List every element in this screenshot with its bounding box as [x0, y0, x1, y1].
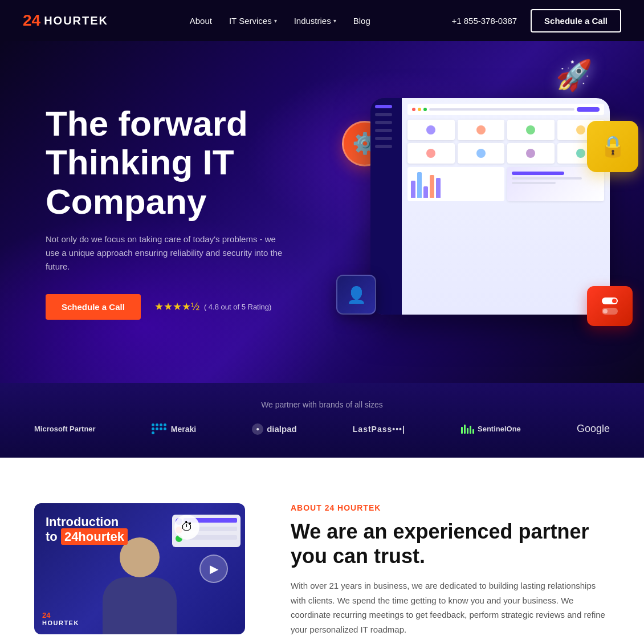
stat-bar	[512, 172, 564, 175]
hero-subtitle: Not only do we focus on taking care of t…	[46, 233, 285, 274]
video-logo-text: HOURTEK	[42, 619, 79, 626]
topbar-bar	[429, 108, 574, 111]
bar	[436, 178, 441, 198]
logo-text: HOURTEK	[44, 14, 108, 27]
play-button[interactable]: ▶	[199, 555, 228, 583]
dashboard-mockup	[370, 98, 610, 315]
sidebar-item	[375, 145, 392, 148]
toggle-controls	[587, 286, 633, 326]
sentinelone-logo: SentinelOne	[461, 425, 521, 434]
nav-links: About IT Services ▾ Industries ▾ Blog	[190, 16, 370, 26]
card-icon	[576, 149, 585, 158]
nav-item-it-services[interactable]: IT Services ▾	[229, 16, 277, 26]
lock-icon: 🔒	[587, 121, 638, 172]
window-min-dot	[418, 108, 421, 111]
intro-line1: Introduction	[46, 515, 128, 529]
hero-illustration: 🚀 ⚙️	[353, 75, 627, 349]
bar	[411, 181, 415, 198]
logo[interactable]: 24 HOURTEK	[23, 13, 108, 28]
toggle-off	[602, 308, 618, 315]
schedule-call-hero-button[interactable]: Schedule a Call	[46, 294, 141, 320]
nav-link-about[interactable]: About	[190, 16, 212, 26]
hero-rating: ★★★★½ ( 4.8 out of 5 Rating)	[154, 300, 272, 313]
sidebar-item	[375, 129, 392, 132]
microsoft-partner-logo: Microsoft Partner	[34, 425, 96, 433]
about-description: With over 21 years in business, we are d…	[291, 578, 610, 637]
video-overlay-text: Introduction to 24hourtek	[46, 515, 128, 545]
cisco-meraki-text: Meraki	[171, 425, 196, 434]
bar	[423, 186, 428, 198]
card-icon	[576, 125, 585, 134]
card-icon	[426, 149, 435, 158]
card-icon	[426, 125, 435, 134]
toggle-row-1	[602, 297, 618, 304]
lastpass-logo: LastPass•••|	[353, 425, 405, 434]
sidebar-item	[375, 113, 392, 116]
sentinelone-bars-icon	[461, 425, 474, 434]
chevron-down-icon: ▾	[274, 18, 277, 24]
dashboard-card	[458, 120, 505, 140]
cisco-dots-icon	[152, 423, 168, 434]
about-video[interactable]: Introduction to 24hourtek	[34, 503, 245, 634]
dashboard-card	[407, 143, 455, 164]
chevron-down-icon: ▾	[333, 18, 336, 24]
person-silhouette	[103, 537, 177, 634]
dashboard-grid	[407, 120, 604, 164]
nav-item-about[interactable]: About	[190, 16, 212, 26]
microsoft-partner-text: Microsoft Partner	[34, 425, 96, 433]
nav-item-industries[interactable]: Industries ▾	[294, 16, 336, 26]
card-icon	[526, 125, 535, 134]
lastpass-text: LastPass•••|	[353, 425, 405, 434]
sentinel-bar	[472, 429, 474, 434]
about-section: Introduction to 24hourtek	[0, 458, 644, 644]
dashboard-card	[507, 120, 555, 140]
brand-highlight: 24hourtek	[61, 528, 128, 545]
stats-card	[507, 167, 604, 201]
video-logo: 24 HOURTEK	[42, 611, 79, 626]
nav-link-blog[interactable]: Blog	[353, 16, 370, 26]
stat-bar	[512, 182, 556, 184]
video-logo-24: 24	[42, 611, 79, 619]
sentinel-bar	[470, 426, 471, 434]
sidebar-item	[375, 137, 392, 140]
dialpad-text: dialpad	[267, 424, 297, 434]
rocket-icon: 🚀	[556, 58, 593, 93]
hero-actions: Schedule a Call ★★★★½ ( 4.8 out of 5 Rat…	[46, 294, 319, 320]
nav-item-blog[interactable]: Blog	[353, 16, 370, 26]
about-title: We are an experienced partner you can tr…	[291, 519, 610, 568]
nav-link-it-services[interactable]: IT Services ▾	[229, 16, 277, 26]
person-icon: 👤	[336, 275, 376, 315]
video-timer: ⏱	[174, 515, 199, 540]
rating-text: ( 4.8 out of 5 Rating)	[204, 303, 272, 311]
toggle-dot	[612, 299, 617, 303]
sentinel-bar	[467, 428, 468, 434]
partners-logos: Microsoft Partner Meraki ● dialpad LastP…	[34, 423, 610, 435]
card-icon	[526, 149, 535, 158]
sidebar-item	[375, 121, 392, 124]
card-icon	[476, 149, 486, 158]
stat-bar	[512, 177, 582, 180]
phone-number: +1 855-378-0387	[451, 16, 517, 26]
timer-icon: ⏱	[181, 520, 193, 535]
topbar-button	[577, 107, 600, 112]
hero-section: The forward Thinking IT Company Not only…	[0, 41, 644, 383]
nav-link-industries[interactable]: Industries ▾	[294, 16, 336, 26]
bar	[417, 172, 422, 198]
person-body	[103, 577, 177, 634]
dialpad-icon: ●	[252, 423, 263, 435]
partners-section: We partner with brands of all sizes Micr…	[0, 383, 644, 458]
cisco-meraki-logo: Meraki	[152, 423, 196, 434]
schedule-call-nav-button[interactable]: Schedule a Call	[531, 9, 621, 32]
about-content: About 24 Hourtek We are an experienced p…	[291, 503, 610, 637]
toggle-on	[602, 297, 618, 304]
sidebar-item	[375, 105, 392, 108]
sentinel-bar	[461, 427, 463, 434]
dashboard-row	[407, 167, 604, 201]
dashboard-card	[458, 143, 505, 164]
logo-24: 24	[23, 13, 40, 28]
hero-content: The forward Thinking IT Company Not only…	[46, 104, 319, 320]
partners-label: We partner with brands of all sizes	[34, 400, 610, 409]
google-logo: Google	[577, 423, 610, 435]
about-section-label: About 24 Hourtek	[291, 503, 610, 512]
nav-right: +1 855-378-0387 Schedule a Call	[451, 9, 621, 32]
